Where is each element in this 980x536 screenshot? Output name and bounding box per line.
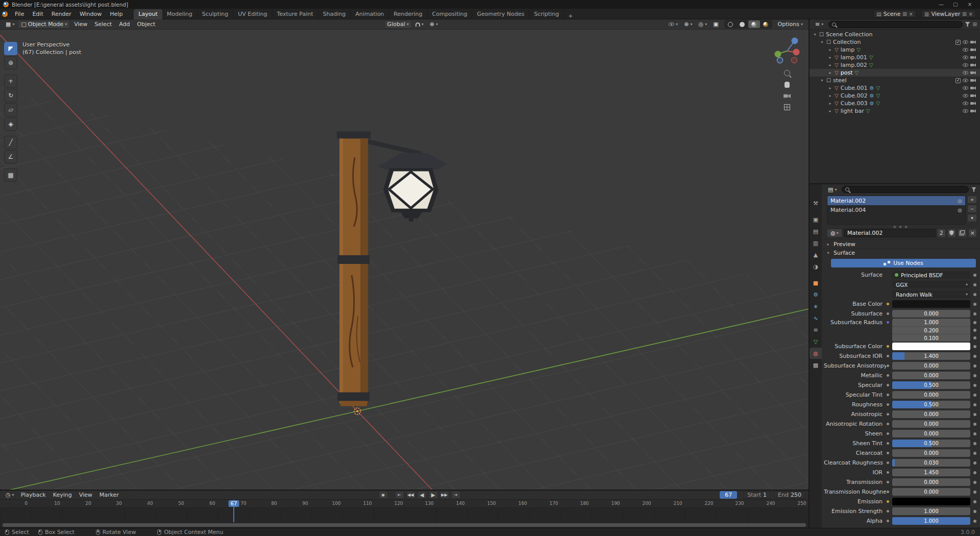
keyframe-dot[interactable] <box>973 442 976 445</box>
disclosure-icon[interactable]: ▸ <box>828 101 832 106</box>
use-nodes-button[interactable]: Use Nodes <box>831 259 976 267</box>
timeline-scrollbar[interactable] <box>3 523 806 527</box>
overlays-dropdown[interactable]: ◎ ▾ <box>696 20 710 29</box>
hide-in-viewport-icon[interactable] <box>963 102 968 105</box>
disable-in-renders-icon[interactable] <box>970 86 976 90</box>
prev-keyframe-button[interactable]: ◀◀ <box>406 491 415 499</box>
keyframe-dot[interactable] <box>973 452 976 455</box>
emission-color-swatch[interactable] <box>892 498 970 505</box>
outliner-item-scene-collection[interactable]: ▾ ☐ Scene Collection <box>810 31 980 38</box>
fake-user-button[interactable] <box>947 229 956 237</box>
disclosure-icon[interactable]: ▸ <box>828 70 832 75</box>
auto-keying-toggle[interactable]: ◉ <box>379 491 388 499</box>
menu-help[interactable]: Help <box>106 9 127 19</box>
close-button[interactable]: × <box>963 2 977 7</box>
keyframe-dot[interactable] <box>973 413 976 416</box>
keyframe-dot[interactable] <box>973 283 976 286</box>
navigation-gizmo[interactable] <box>773 36 801 64</box>
outliner-item-lamp-001[interactable]: ▸ ▽ lamp.001 ▽ <box>810 54 980 61</box>
keyframe-dot[interactable] <box>973 293 976 296</box>
keyframe-dot[interactable] <box>973 364 976 368</box>
preview-section-header[interactable]: ▸ Preview <box>822 239 980 248</box>
tab-layout[interactable]: Layout <box>134 9 162 19</box>
sheen-tint-slider[interactable]: 0.500 <box>892 440 970 447</box>
outliner-item-collection[interactable]: ▾ ☐ Collection ✓ <box>810 38 980 46</box>
jump-to-start-button[interactable]: ⇤ <box>395 491 404 499</box>
tab-render[interactable]: ▣ <box>810 214 822 225</box>
shading-rendered-button[interactable] <box>760 20 772 28</box>
users-count-button[interactable]: 2 <box>937 229 946 237</box>
tool-cursor[interactable]: ⊕ <box>4 56 17 69</box>
remove-slot-button[interactable]: − <box>967 205 977 213</box>
current-frame-field[interactable]: 67 <box>720 491 737 499</box>
tool-move[interactable]: + <box>4 75 17 88</box>
keyframe-dot[interactable] <box>973 500 976 503</box>
ortho-grid-icon[interactable] <box>784 104 790 110</box>
options-dropdown[interactable]: Options ▾ <box>775 20 805 29</box>
new-scene-icon[interactable]: ⊞ <box>902 11 906 17</box>
new-material-button[interactable] <box>958 229 967 237</box>
outliner-search-input[interactable] <box>828 21 962 28</box>
new-collection-icon[interactable]: ⊞ <box>973 21 977 27</box>
disclosure-icon[interactable]: ▾ <box>813 32 817 37</box>
material-slot[interactable]: Material.004 ◍ <box>827 205 965 214</box>
keyframe-dot[interactable] <box>973 329 976 332</box>
viewport-menu-add[interactable]: Add <box>116 21 133 28</box>
disclosure-icon[interactable]: ▸ <box>828 55 832 60</box>
tool-add-cube[interactable]: ▦ <box>4 168 17 182</box>
properties-editor-type-button[interactable]: ▤ ▾ <box>825 185 839 193</box>
sheen-slider[interactable]: 0.000 <box>892 430 970 437</box>
subsurface-radius-y-field[interactable]: 0.200 <box>892 326 970 334</box>
outliner-item-post[interactable]: ▸ ▽ post ▽ <box>810 69 980 77</box>
minimize-button[interactable]: — <box>934 2 948 7</box>
outliner-item-cube-001[interactable]: ▸ ▽ Cube.001 ⚙ ▽ <box>810 84 980 92</box>
hide-in-viewport-icon[interactable] <box>963 109 968 113</box>
menu-render[interactable]: Render <box>47 9 76 19</box>
tab-physics[interactable]: ∿ <box>810 312 822 324</box>
tool-select-box[interactable]: ◤ <box>4 42 17 55</box>
properties-search-input[interactable] <box>842 186 969 193</box>
keyframe-dot[interactable] <box>973 336 976 339</box>
outliner-item-light-bar[interactable]: ▸ ▽ light bar ▽ <box>810 107 980 115</box>
viewlayer-selector[interactable]: ▥ ViewLayer ⊞ × <box>921 10 976 18</box>
outliner-item-lamp[interactable]: ▸ ▽ lamp ▽ <box>810 46 980 54</box>
exclude-checkbox[interactable]: ✓ <box>955 78 961 83</box>
tab-view-layer[interactable]: ▥ <box>810 237 822 249</box>
alpha-slider[interactable]: 1.000 <box>892 517 970 525</box>
tool-scale[interactable]: ▱ <box>4 103 17 116</box>
disable-in-renders-icon[interactable] <box>970 56 976 60</box>
hide-in-viewport-icon[interactable] <box>963 56 968 59</box>
tab-rendering[interactable]: Rendering <box>389 9 427 19</box>
keyframe-dot[interactable] <box>973 432 976 435</box>
keyframe-dot[interactable] <box>973 491 976 494</box>
tab-tool[interactable]: ⚒ <box>810 198 822 209</box>
disclosure-icon[interactable]: ▾ <box>820 78 824 83</box>
keyframe-dot[interactable] <box>973 510 976 513</box>
list-resize-grip[interactable]: ● ● ● <box>822 225 980 228</box>
zoom-icon[interactable] <box>784 70 790 76</box>
base-color-swatch[interactable] <box>892 300 970 308</box>
tab-texture-paint[interactable]: Texture Paint <box>273 9 318 19</box>
keyframe-dot[interactable] <box>973 403 976 406</box>
camera-view-icon[interactable] <box>783 93 791 99</box>
roughness-slider[interactable]: 0.500 <box>892 401 970 408</box>
tab-object-data[interactable]: ▽ <box>810 336 822 347</box>
play-reverse-button[interactable]: ◀ <box>418 491 427 499</box>
object-visibility-dropdown[interactable]: ▾ <box>666 20 680 29</box>
menu-file[interactable]: File <box>11 9 28 19</box>
editor-type-button[interactable]: ▦ ▾ <box>3 20 17 29</box>
subsurface-method-dropdown[interactable]: Random Walk ▾ <box>892 290 970 298</box>
delete-viewlayer-icon[interactable]: × <box>969 11 973 17</box>
tab-output[interactable]: ▤ <box>810 226 822 237</box>
timeline-editor-type-button[interactable]: ◷ ▾ <box>3 491 17 499</box>
subsurface-slider[interactable]: 0.000 <box>892 310 970 318</box>
shading-solid-button[interactable] <box>737 20 748 28</box>
disclosure-icon[interactable]: ▸ <box>828 109 832 113</box>
material-name-field[interactable]: Material.002 <box>844 229 936 237</box>
disclosure-icon[interactable]: ▾ <box>820 40 824 44</box>
disclosure-icon[interactable]: ▸ <box>828 86 832 90</box>
disclosure-icon[interactable]: ▸ <box>828 63 832 67</box>
maximize-button[interactable]: ▢ <box>948 2 963 7</box>
viewport-3d[interactable]: User Perspective (67) Collection | post … <box>0 30 808 490</box>
playhead-label[interactable]: 67 <box>229 500 239 507</box>
